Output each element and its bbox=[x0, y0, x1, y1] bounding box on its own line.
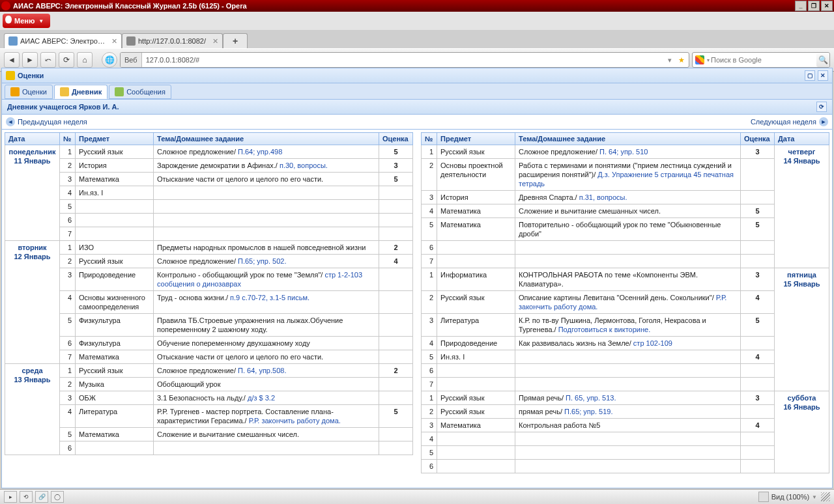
dropdown-icon[interactable]: ▾ bbox=[665, 56, 674, 64]
maximize-button[interactable]: ❐ bbox=[808, 1, 820, 11]
grades-icon bbox=[6, 71, 15, 72]
maximize-icon[interactable]: ▢ bbox=[805, 70, 815, 72]
panel-header: Оценки ▢ ✕ bbox=[2, 68, 832, 72]
forward-button[interactable]: ► bbox=[22, 52, 38, 68]
search-input[interactable] bbox=[710, 55, 816, 64]
back-button[interactable]: ◄ bbox=[4, 52, 20, 68]
favicon-icon bbox=[126, 36, 136, 46]
google-icon bbox=[695, 55, 704, 64]
chevron-down-icon: ▼ bbox=[38, 18, 44, 24]
search-box[interactable]: ▾ 🔍 bbox=[692, 52, 830, 68]
window-titlebar: АИАС АВЕРС: Электронный Классный Журнал … bbox=[0, 0, 834, 12]
browser-tabs: АИАС АВЕРС: Электрон... ✕ http://127.0.0… bbox=[0, 30, 834, 48]
url-text[interactable]: 127.0.0.1:8082/# bbox=[142, 56, 665, 64]
favicon-icon bbox=[8, 36, 18, 46]
app-panel: Оценки ▢ ✕ Оценки Дневник Сообщения Днев… bbox=[1, 68, 833, 72]
close-icon[interactable]: ✕ bbox=[818, 70, 828, 72]
close-button[interactable]: ✕ bbox=[821, 1, 833, 11]
window-title: АИАС АВЕРС: Электронный Классный Журнал … bbox=[13, 2, 247, 10]
opera-menu-button[interactable]: Меню▼ bbox=[3, 14, 50, 28]
web-label: Веб bbox=[121, 53, 142, 67]
close-tab-icon[interactable]: ✕ bbox=[212, 37, 218, 46]
browser-tab-inactive[interactable]: http://127.0.0.1:8082/ ✕ bbox=[122, 33, 223, 48]
close-tab-icon[interactable]: ✕ bbox=[111, 37, 117, 46]
home-button[interactable]: ⌂ bbox=[77, 52, 93, 68]
globe-icon: 🌐 bbox=[102, 52, 117, 68]
opera-icon bbox=[1, 1, 10, 10]
new-tab-button[interactable]: + bbox=[223, 33, 248, 48]
minimize-button[interactable]: _ bbox=[795, 1, 807, 11]
bookmark-star-icon[interactable]: ★ bbox=[674, 56, 689, 64]
search-button[interactable]: 🔍 bbox=[816, 53, 829, 67]
address-bar[interactable]: Веб 127.0.0.1:8082/# ▾ ★ bbox=[120, 52, 689, 68]
reload-button[interactable]: ⟳ bbox=[59, 52, 74, 68]
browser-chrome: Меню▼ АИАС АВЕРС: Электрон... ✕ http://1… bbox=[0, 12, 834, 72]
rewind-button[interactable]: ⤺ bbox=[40, 52, 56, 68]
browser-tab-active[interactable]: АИАС АВЕРС: Электрон... ✕ bbox=[4, 33, 122, 48]
